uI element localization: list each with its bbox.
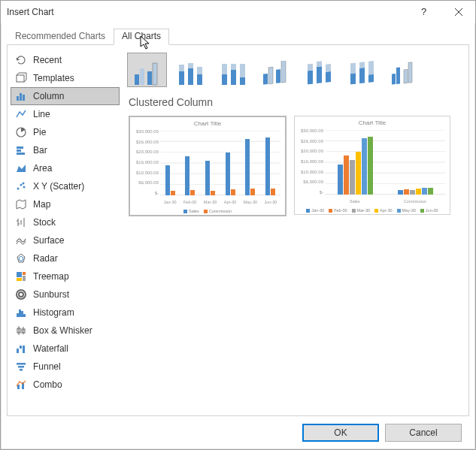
svg-rect-31 <box>23 314 26 317</box>
preview-row: Chart Title $-$6,000.00$10,000.00$16,000… <box>129 116 461 216</box>
sidebar-item-pie[interactable]: Pie <box>11 123 120 141</box>
stock-icon <box>15 216 27 228</box>
preview-1-chart-area <box>160 131 280 195</box>
tabstrip: Recommended Charts All Charts <box>7 28 469 44</box>
preview-1-legend: SalesCommission <box>130 209 285 213</box>
sidebar-item-area[interactable]: Area <box>11 159 120 177</box>
close-icon <box>455 8 462 16</box>
svg-rect-24 <box>23 276 26 281</box>
svg-rect-67 <box>317 61 322 67</box>
sidebar-item-bar[interactable]: Bar <box>11 141 120 159</box>
subtype-3d-column[interactable] <box>384 53 424 87</box>
subtype-100-stacked-column[interactable] <box>213 53 253 87</box>
content: Clustered Column Chart Title $-$6,000.00… <box>123 45 468 415</box>
close-button[interactable] <box>441 1 475 23</box>
window-title: Insert Chart <box>7 7 408 17</box>
help-button[interactable]: ? <box>408 1 441 23</box>
svg-rect-6 <box>23 95 25 101</box>
svg-marker-21 <box>19 256 23 261</box>
sidebar-item-stock[interactable]: Stock <box>11 213 120 231</box>
svg-rect-75 <box>368 74 374 83</box>
sidebar-item-label: Recent <box>33 55 62 65</box>
svg-rect-66 <box>317 66 322 83</box>
sidebar-item-combo[interactable]: Combo <box>11 376 120 394</box>
sidebar-item-label: Sunburst <box>33 289 69 300</box>
svg-rect-49 <box>179 65 184 71</box>
tab-recommended-charts[interactable]: Recommended Charts <box>7 29 114 45</box>
svg-rect-62 <box>276 69 280 83</box>
svg-rect-61 <box>268 67 273 84</box>
map-icon <box>15 198 27 210</box>
svg-point-27 <box>19 292 23 297</box>
dialog-footer: OK Cancel <box>7 416 469 449</box>
sidebar-item-label: Stock <box>33 217 56 228</box>
sidebar-item-line[interactable]: Line <box>11 105 120 123</box>
chart-type-list: RecentTemplatesColumnLinePieBarAreaX Y (… <box>8 45 123 415</box>
preview-2[interactable]: Chart Title $-$6,000.00$10,000.00$16,000… <box>294 116 450 215</box>
sidebar-item-templates[interactable]: Templates <box>11 69 120 87</box>
svg-rect-29 <box>19 310 21 317</box>
sidebar-item-funnel[interactable]: Funnel <box>11 358 120 376</box>
subtype-3d-clustered-column[interactable] <box>256 53 296 87</box>
svg-rect-68 <box>326 71 331 83</box>
svg-rect-53 <box>197 67 202 74</box>
svg-rect-25 <box>17 278 22 281</box>
subtype-clustered-column[interactable] <box>127 53 167 87</box>
sidebar-item-label: Histogram <box>33 307 74 318</box>
sidebar-item-map[interactable]: Map <box>11 195 120 213</box>
sidebar-item-label: Box & Whisker <box>33 325 92 336</box>
preview-1-yaxis: $-$6,000.00$10,000.00$16,000.00$20,000.0… <box>133 129 159 195</box>
sidebar-item-radar[interactable]: Radar <box>11 249 120 267</box>
templates-icon <box>15 72 27 84</box>
sidebar-item-column[interactable]: Column <box>11 87 120 105</box>
help-icon: ? <box>421 7 429 17</box>
subtype-3d-100-stacked-column[interactable] <box>341 53 381 87</box>
pie-icon <box>15 126 27 138</box>
svg-rect-38 <box>23 346 25 353</box>
sunburst-icon <box>15 288 27 301</box>
sidebar-item-x-y-scatter-[interactable]: X Y (Scatter) <box>11 177 120 195</box>
cancel-button[interactable]: Cancel <box>385 424 462 442</box>
sidebar-item-label: Pie <box>33 127 46 137</box>
sidebar-item-box-whisker[interactable]: Box & Whisker <box>11 322 120 340</box>
sidebar-item-sunburst[interactable]: Sunburst <box>11 285 120 304</box>
svg-rect-63 <box>281 61 286 83</box>
ok-button[interactable]: OK <box>302 424 379 442</box>
svg-rect-41 <box>20 369 23 371</box>
sidebar-item-surface[interactable]: Surface <box>11 231 120 249</box>
preview-2-title: Chart Title <box>295 116 450 126</box>
sidebar-item-treemap[interactable]: Treemap <box>11 267 120 285</box>
svg-rect-5 <box>20 93 22 101</box>
funnel-icon <box>15 361 27 373</box>
sidebar-item-label: Templates <box>33 73 74 83</box>
dialog-body: Recommended Charts All Charts RecentTemp… <box>1 23 475 449</box>
preview-1-title: Chart Title <box>130 117 285 127</box>
svg-rect-30 <box>21 311 23 317</box>
sidebar-item-histogram[interactable]: Histogram <box>11 304 120 322</box>
svg-rect-76 <box>392 74 396 85</box>
preview-1-xaxis: Jan-30Feb-00Mar-30Apr-30May-30Jun-30 <box>160 200 280 204</box>
svg-text:?: ? <box>421 7 426 17</box>
svg-rect-40 <box>18 366 24 368</box>
preview-2-xaxis: SalesCommission <box>325 199 445 204</box>
tab-all-charts[interactable]: All Charts <box>114 29 169 45</box>
svg-rect-23 <box>23 272 26 275</box>
svg-rect-77 <box>396 67 400 84</box>
svg-rect-69 <box>326 64 331 72</box>
subtype-stacked-column[interactable] <box>170 53 210 87</box>
area-icon <box>15 162 27 174</box>
sidebar-item-waterfall[interactable]: Waterfall <box>11 340 120 358</box>
svg-rect-10 <box>17 153 25 155</box>
scatter-icon <box>15 180 27 192</box>
subtype-3d-stacked-column[interactable] <box>299 53 338 87</box>
svg-rect-9 <box>17 149 21 152</box>
svg-rect-28 <box>17 313 19 317</box>
sidebar-item-recent[interactable]: Recent <box>11 51 120 69</box>
waterfall-icon <box>15 343 27 355</box>
titlebar: Insert Chart ? <box>1 1 475 23</box>
surface-icon <box>15 234 27 246</box>
histogram-icon <box>15 307 27 319</box>
preview-1[interactable]: Chart Title $-$6,000.00$10,000.00$16,000… <box>129 116 287 216</box>
svg-point-11 <box>17 188 20 190</box>
svg-rect-8 <box>17 146 23 149</box>
